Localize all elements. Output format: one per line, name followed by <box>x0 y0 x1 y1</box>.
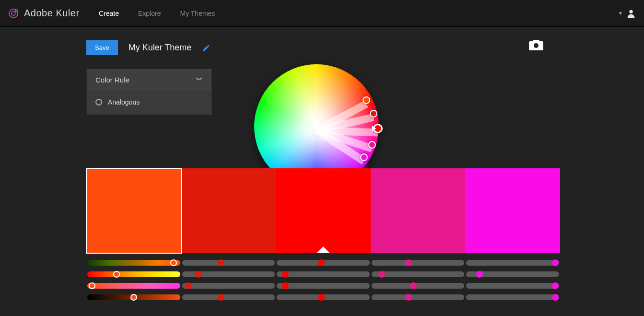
slider-thumb[interactable] <box>89 282 95 289</box>
edit-icon[interactable] <box>202 44 211 52</box>
slider-track <box>372 271 465 277</box>
svg-point-3 <box>629 10 632 13</box>
slider-thumb[interactable] <box>130 294 137 301</box>
color-rule-title: Color Rule <box>95 76 129 84</box>
slider-track <box>466 260 559 266</box>
slider-thumb[interactable] <box>378 271 385 278</box>
slider-track <box>372 294 465 300</box>
slider-thumb[interactable] <box>195 271 201 278</box>
slider[interactable] <box>371 259 466 267</box>
svg-point-2 <box>15 9 17 11</box>
radio-icon <box>95 99 102 105</box>
wheel-handle[interactable] <box>368 141 376 149</box>
swatch[interactable] <box>276 168 371 253</box>
slider[interactable] <box>86 259 181 267</box>
camera-icon[interactable] <box>529 39 543 50</box>
slider-thumb[interactable] <box>405 259 412 266</box>
slider[interactable] <box>276 282 371 290</box>
slider-row <box>86 259 560 267</box>
swatch[interactable] <box>465 168 560 253</box>
slider-thumb[interactable] <box>552 282 559 289</box>
slider-thumb[interactable] <box>410 282 417 289</box>
slider[interactable] <box>86 293 181 301</box>
main-nav: Create Explore My Themes <box>99 10 215 17</box>
slider-thumb[interactable] <box>185 282 192 289</box>
slider[interactable] <box>86 282 181 290</box>
swatch-row <box>86 168 560 253</box>
slider[interactable] <box>465 282 560 290</box>
swatch[interactable] <box>371 168 466 253</box>
nav-explore[interactable]: Explore <box>138 10 161 17</box>
wheel-base-indicator-icon <box>372 126 376 131</box>
color-rule-header[interactable]: Color Rule ︾ <box>87 69 211 91</box>
slider-track <box>182 294 275 300</box>
svg-point-4 <box>534 43 539 48</box>
slider-track <box>277 271 370 277</box>
slider-row <box>86 282 560 290</box>
slider[interactable] <box>181 259 276 267</box>
slider-track <box>372 260 465 266</box>
slider[interactable] <box>465 259 560 267</box>
slider-track <box>87 260 180 266</box>
slider-thumb[interactable] <box>282 271 289 278</box>
slider-thumb[interactable] <box>552 294 559 301</box>
wheel-handle[interactable] <box>360 153 368 161</box>
caret-down-icon: ▼ <box>618 11 623 16</box>
slider-thumb[interactable] <box>476 271 483 278</box>
slider-track <box>277 283 370 289</box>
color-rule-option[interactable]: Analogous <box>87 91 211 115</box>
save-button[interactable]: Save <box>86 40 118 55</box>
slider-thumb[interactable] <box>282 282 289 289</box>
color-rule-selected-label: Analogous <box>108 98 140 106</box>
app-header: Adobe Kuler Create Explore My Themes ▼ <box>0 0 644 27</box>
slider-track <box>87 271 180 277</box>
slider[interactable] <box>371 282 466 290</box>
wheel-handle[interactable] <box>363 96 370 104</box>
content-area: Save My Kuler Theme Color Rule ︾ Analogo… <box>0 27 644 115</box>
base-swatch-pointer-icon <box>316 246 330 253</box>
slider-thumb[interactable] <box>318 294 325 301</box>
slider[interactable] <box>276 259 371 267</box>
kuler-logo-icon <box>8 8 19 19</box>
slider[interactable] <box>181 282 276 290</box>
slider[interactable] <box>86 270 181 278</box>
slider-track <box>87 283 180 289</box>
slider-thumb[interactable] <box>552 259 559 266</box>
slider-row <box>86 270 560 278</box>
slider-thumb[interactable] <box>218 259 224 266</box>
slider-track <box>182 260 275 266</box>
wheel-handle[interactable] <box>370 110 377 117</box>
slider[interactable] <box>276 293 371 301</box>
header-user-menu[interactable]: ▼ <box>618 8 636 19</box>
slider[interactable] <box>371 293 466 301</box>
theme-name-label: My Kuler Theme <box>129 43 192 53</box>
top-row: Save My Kuler Theme <box>86 40 644 55</box>
slider-track <box>466 283 559 289</box>
slider-track <box>182 283 275 289</box>
slider[interactable] <box>371 270 466 278</box>
swatch[interactable] <box>86 168 181 253</box>
slider-row <box>86 293 560 301</box>
slider-thumb[interactable] <box>318 259 325 266</box>
slider-thumb[interactable] <box>170 259 177 266</box>
slider[interactable] <box>181 270 276 278</box>
nav-mythemes[interactable]: My Themes <box>180 10 215 17</box>
swatch[interactable] <box>181 168 276 253</box>
slider-area <box>86 259 560 305</box>
slider[interactable] <box>181 293 276 301</box>
user-icon <box>626 8 636 19</box>
slider[interactable] <box>465 293 560 301</box>
slider[interactable] <box>465 270 560 278</box>
chevron-down-icon: ︾ <box>196 79 203 82</box>
svg-point-1 <box>12 12 15 15</box>
slider-thumb[interactable] <box>405 294 412 301</box>
slider-thumb[interactable] <box>113 271 120 278</box>
slider-track <box>372 283 465 289</box>
slider[interactable] <box>276 270 371 278</box>
brand-text: Adobe Kuler <box>24 8 80 19</box>
nav-create[interactable]: Create <box>99 10 119 17</box>
brand-block: Adobe Kuler <box>8 8 99 19</box>
slider-track <box>466 294 559 300</box>
slider-thumb[interactable] <box>218 294 224 301</box>
color-rule-panel: Color Rule ︾ Analogous <box>86 69 212 115</box>
